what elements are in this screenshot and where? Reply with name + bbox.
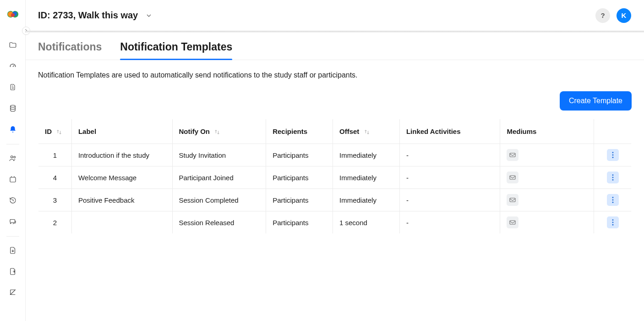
- email-icon: [507, 149, 518, 161]
- user-avatar[interactable]: K: [617, 8, 631, 23]
- col-mediums[interactable]: Mediums: [500, 119, 594, 144]
- svg-rect-15: [510, 198, 515, 202]
- col-label[interactable]: Label: [71, 119, 172, 144]
- svg-rect-6: [10, 177, 16, 183]
- col-offset[interactable]: Offset: [333, 119, 400, 144]
- sidebar-item-notifications[interactable]: [4, 120, 22, 138]
- page-title[interactable]: ID: 2733, Walk this way: [38, 10, 153, 21]
- email-icon: [507, 172, 518, 183]
- svg-point-13: [612, 177, 613, 178]
- table-row: 1Introduction if the studyStudy Invitati…: [38, 144, 632, 166]
- header: ID: 2733, Walk this way ? K: [26, 0, 644, 31]
- table-row: 2Session ReleasedParticipants1 second-: [38, 211, 632, 234]
- svg-point-9: [612, 155, 613, 156]
- sidebar-item-import[interactable]: [4, 262, 22, 281]
- cell-mediums: [500, 189, 594, 211]
- email-icon: [507, 194, 518, 206]
- svg-rect-7: [510, 153, 515, 157]
- cell-recipients: Participants: [266, 189, 333, 211]
- content: Notification Templates are used to autom…: [26, 60, 644, 245]
- tab-notification-templates[interactable]: Notification Templates: [120, 41, 232, 60]
- cell-mediums: [500, 144, 594, 166]
- cell-mediums: [500, 211, 594, 234]
- svg-point-22: [612, 224, 613, 226]
- cell-actions: [594, 189, 632, 211]
- cell-recipients: Participants: [266, 144, 333, 166]
- sidebar-item-history[interactable]: [4, 191, 22, 210]
- svg-point-17: [612, 199, 613, 201]
- cell-offset: Immediately: [333, 166, 400, 189]
- templates-table: ID Label Notify On Recipients Offset Lin…: [38, 119, 632, 234]
- col-id[interactable]: ID: [38, 119, 72, 144]
- row-menu-button[interactable]: [607, 172, 619, 183]
- history-icon: [9, 196, 17, 205]
- svg-point-2: [11, 13, 15, 17]
- chat-icon: [9, 217, 17, 226]
- cell-notify-on: Session Released: [172, 211, 266, 234]
- sort-icon: [56, 129, 62, 135]
- svg-rect-19: [510, 221, 515, 224]
- svg-point-12: [612, 174, 613, 176]
- row-menu-button[interactable]: [607, 194, 619, 206]
- sidebar-item-k[interactable]: [4, 283, 22, 302]
- sort-icon: [364, 129, 370, 135]
- row-menu-button[interactable]: [607, 149, 619, 161]
- table-header-row: ID Label Notify On Recipients Offset Lin…: [38, 119, 632, 144]
- row-menu-button[interactable]: [607, 216, 619, 228]
- study-name: Walk this way: [78, 10, 138, 20]
- calendar-icon: [9, 175, 17, 183]
- email-icon: [507, 216, 518, 228]
- sidebar-item-data[interactable]: [4, 99, 22, 117]
- cell-offset: Immediately: [333, 144, 400, 166]
- sidebar-item-document[interactable]: [4, 78, 22, 96]
- svg-point-4: [11, 156, 13, 158]
- cell-label: [71, 211, 172, 234]
- cell-linked: -: [399, 189, 500, 211]
- cell-notify-on: Participant Joined: [172, 166, 266, 189]
- tab-notifications[interactable]: Notifications: [38, 41, 102, 60]
- sort-icon: [214, 129, 220, 135]
- cell-id: 2: [38, 211, 72, 234]
- sidebar-separator: [6, 236, 19, 237]
- col-notify-on[interactable]: Notify On: [172, 119, 266, 144]
- sidebar-item-folder[interactable]: [4, 36, 22, 54]
- sidebar-item-schedule[interactable]: [4, 170, 22, 188]
- cell-offset: Immediately: [333, 189, 400, 211]
- tabs: Notifications Notification Templates: [26, 33, 644, 60]
- chevron-down-icon[interactable]: [145, 12, 153, 19]
- svg-point-14: [612, 179, 613, 181]
- create-template-button[interactable]: Create Template: [560, 91, 632, 111]
- study-id: ID: 2733,: [38, 10, 76, 20]
- k-icon: [9, 288, 17, 297]
- page-description: Notification Templates are used to autom…: [38, 71, 632, 79]
- sidebar-item-dashboard[interactable]: [4, 57, 22, 75]
- col-linked-activities[interactable]: Linked Activities: [399, 119, 500, 144]
- cell-notify-on: Session Completed: [172, 189, 266, 211]
- sidebar-item-chat[interactable]: [4, 212, 22, 231]
- table-row: 4Welcome MessageParticipant JoinedPartic…: [38, 166, 632, 189]
- svg-point-3: [10, 105, 15, 107]
- cell-id: 4: [38, 166, 72, 189]
- cell-id: 3: [38, 189, 72, 211]
- sidebar-item-export[interactable]: [4, 241, 22, 260]
- cell-actions: [594, 211, 632, 234]
- cell-linked: -: [399, 166, 500, 189]
- gauge-icon: [9, 62, 17, 70]
- svg-rect-11: [510, 176, 515, 179]
- main: ID: 2733, Walk this way ? K Notification…: [26, 0, 644, 321]
- cell-linked: -: [399, 144, 500, 166]
- sidebar: [0, 0, 26, 321]
- svg-point-16: [612, 197, 613, 198]
- cell-actions: [594, 166, 632, 189]
- cell-mediums: [500, 166, 594, 189]
- sidebar-item-users[interactable]: [4, 149, 22, 167]
- document-icon: [9, 83, 16, 91]
- svg-point-20: [612, 219, 613, 221]
- svg-point-10: [612, 157, 613, 158]
- sidebar-separator: [6, 144, 19, 144]
- database-icon: [9, 104, 17, 112]
- help-button[interactable]: ?: [595, 8, 610, 23]
- col-recipients[interactable]: Recipients: [266, 119, 333, 144]
- cell-label: Introduction if the study: [71, 144, 172, 166]
- svg-point-21: [612, 222, 613, 223]
